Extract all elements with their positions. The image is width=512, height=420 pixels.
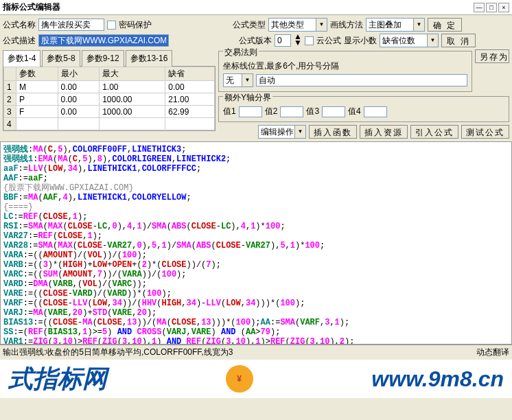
close-button[interactable]: ×: [498, 3, 509, 12]
insert-res-button[interactable]: 插入资源: [360, 125, 408, 139]
formula-name-label: 公式名称: [3, 19, 36, 31]
val3-label: 值3: [306, 106, 319, 117]
footer-banner: 式指标网 ¥ www.9m8.cn: [0, 360, 512, 398]
param-header: 参数最小最大缺省: [4, 67, 215, 81]
maximize-button[interactable]: □: [486, 3, 497, 12]
val2-label: 值2: [265, 106, 278, 117]
ok-button[interactable]: 确 定: [428, 18, 462, 32]
chevron-down-icon[interactable]: ▼: [242, 74, 253, 86]
chevron-down-icon[interactable]: ▼: [294, 126, 305, 138]
chevron-down-icon[interactable]: ▼: [427, 34, 438, 47]
title-bar: 指标公式编辑器 — □ ×: [0, 0, 512, 15]
formula-desc-input[interactable]: [38, 34, 169, 47]
rule-none-combo[interactable]: 无▼: [223, 73, 253, 87]
row-name: 公式名称 密码保护 公式类型 其他类型▼ 画线方法 主图叠加▼ 确 定: [3, 18, 509, 32]
draw-method-combo[interactable]: 主图叠加▼: [366, 18, 425, 32]
table-row[interactable]: 3F0.001000.0062.99: [4, 106, 215, 118]
formula-version-label: 公式版本: [239, 35, 272, 47]
minimize-button[interactable]: —: [474, 3, 485, 12]
tab-params-1-4[interactable]: 参数1-4: [3, 50, 40, 67]
status-right: 动态翻译: [476, 347, 509, 358]
val2-input[interactable]: [280, 106, 303, 117]
chevron-down-icon[interactable]: ▼: [413, 19, 424, 31]
table-row[interactable]: 4: [4, 118, 215, 130]
window-title: 指标公式编辑器: [3, 1, 472, 13]
cloud-checkbox[interactable]: [305, 36, 314, 45]
extra-y-legend: 额外Y轴分界: [223, 92, 272, 104]
formula-version-input[interactable]: [275, 34, 291, 47]
row-desc: 公式描述 公式版本 ▲▼ 云公式 显示小数 缺省位数▼ 取 消: [3, 34, 509, 47]
tab-params-5-8[interactable]: 参数5-8: [42, 50, 80, 67]
import-formula-button[interactable]: 引入公式: [410, 125, 458, 139]
status-text: 输出强弱线:收盘价的5日简单移动平均,COLORFF00FF,线宽为3: [3, 347, 476, 358]
status-bar: 输出强弱线:收盘价的5日简单移动平均,COLORFF00FF,线宽为3 动态翻译: [0, 345, 512, 360]
val3-input[interactable]: [322, 106, 345, 117]
formula-type-label: 公式类型: [233, 19, 266, 31]
cancel-button[interactable]: 取 消: [441, 34, 476, 47]
decimals-label: 显示小数: [344, 35, 377, 47]
chevron-down-icon[interactable]: ▼: [316, 19, 327, 31]
table-row[interactable]: 2P0.001000.0021.00: [4, 93, 215, 106]
insert-func-button[interactable]: 插入函数: [309, 125, 357, 139]
val1-input[interactable]: [239, 106, 262, 117]
edit-ops-combo[interactable]: 编辑操作▼: [258, 125, 306, 139]
test-formula-button[interactable]: 测试公式: [461, 125, 509, 139]
param-grid: 参数最小最大缺省 1M0.001.000.00 2P0.001000.0021.…: [3, 67, 216, 131]
save-as-button[interactable]: 另存为: [475, 49, 509, 63]
tab-params-13-16[interactable]: 参数13-16: [126, 50, 173, 67]
code-editor[interactable]: 强弱线:MA(C,5),COLORFF00FF,LINETHICK3; 强弱线1…: [0, 141, 512, 345]
password-label: 密码保护: [119, 19, 152, 31]
trade-rule-legend: 交易法则: [223, 47, 259, 58]
password-checkbox[interactable]: [107, 21, 116, 30]
decimals-combo[interactable]: 缺省位数▼: [380, 34, 439, 47]
tab-params-9-12[interactable]: 参数9-12: [82, 50, 124, 67]
footer-right-text: www.9m8.cn: [371, 366, 504, 392]
draw-method-label: 画线方法: [330, 19, 363, 31]
table-row[interactable]: 1M0.001.000.00: [4, 81, 215, 93]
val4-input[interactable]: [364, 106, 387, 117]
formula-type-combo[interactable]: 其他类型▼: [268, 18, 327, 32]
formula-desc-label: 公式描述: [3, 35, 36, 47]
val4-label: 值4: [348, 106, 361, 117]
rule-auto-input[interactable]: [256, 74, 467, 86]
cloud-label: 云公式: [316, 35, 341, 47]
param-tabs: 参数1-4 参数5-8 参数9-12 参数13-16: [3, 49, 216, 67]
val1-label: 值1: [223, 106, 236, 117]
footer-logo-icon: ¥: [226, 365, 253, 393]
spin-down-icon[interactable]: ▼: [294, 40, 302, 47]
footer-left-text: 式指标网: [8, 362, 107, 396]
formula-name-input[interactable]: [38, 19, 104, 31]
coord-hint: 坐标线位置,最多6个,用分号分隔: [223, 60, 339, 72]
